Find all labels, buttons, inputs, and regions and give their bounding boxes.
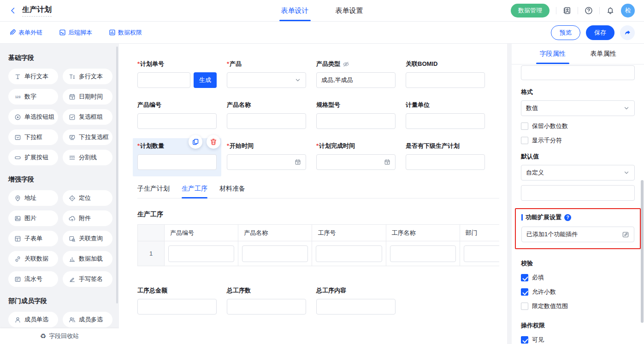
field-item-select[interactable]: 下拉框 — [8, 129, 58, 145]
field-item-serial-number[interactable]: 流水号 — [8, 271, 58, 287]
bell-icon[interactable] — [606, 6, 614, 15]
checkbox-keep-decimals[interactable] — [521, 122, 528, 130]
page-title[interactable]: 生产计划 — [22, 5, 52, 17]
field-item-location[interactable]: 定位 — [63, 190, 112, 206]
tab-form-settings[interactable]: 表单设置 — [336, 0, 363, 21]
option-allow-decimals[interactable]: 允许小数 — [521, 288, 635, 296]
process-total-amount-input[interactable] — [137, 299, 217, 315]
checkbox-limit-range[interactable] — [521, 303, 528, 310]
field-product-type[interactable]: 产品类型 成品,半成品 — [316, 60, 396, 88]
format-select[interactable]: 数值 — [521, 100, 635, 116]
form-external-link[interactable]: 表单外链 — [9, 29, 42, 37]
field-item-image[interactable]: 图片 — [8, 210, 58, 226]
cell-process-no-input[interactable] — [316, 245, 382, 262]
default-value-input[interactable] — [521, 185, 635, 201]
field-item-member-single[interactable]: 成员单选 — [8, 312, 58, 327]
product-code-input[interactable] — [137, 113, 217, 129]
field-item-address[interactable]: 地址 — [8, 190, 58, 206]
product-name-input[interactable] — [227, 113, 306, 129]
field-item-datetime[interactable]: 日期时间 — [63, 89, 112, 105]
panel-scrollbar[interactable] — [641, 180, 644, 323]
field-process-total-amount[interactable]: 工序总金额 — [137, 286, 217, 315]
spec-model-input[interactable] — [316, 113, 396, 129]
field-title-input[interactable] — [521, 65, 635, 80]
delete-field-button[interactable] — [207, 135, 220, 149]
start-time-input[interactable] — [227, 154, 306, 170]
generate-button[interactable]: 生成 — [194, 72, 217, 88]
plan-no-input[interactable] — [137, 72, 190, 88]
field-item-linked-data[interactable]: 关联数据 — [8, 251, 58, 267]
field-item-multi-select[interactable]: 下拉复选框 — [63, 129, 112, 145]
bom-id-input[interactable] — [406, 72, 485, 88]
default-value-select[interactable]: 自定义 — [521, 165, 635, 181]
cell-department-input[interactable] — [464, 245, 499, 262]
field-product-name[interactable]: 产品名称 — [227, 101, 306, 129]
field-has-sub-plan[interactable]: 是否有下级生产计划 — [406, 142, 485, 170]
unit-input[interactable] — [406, 113, 485, 129]
cell-product-code-input[interactable] — [168, 245, 234, 262]
option-visible[interactable]: 可见 — [521, 336, 635, 344]
field-finish-time[interactable]: *计划完成时间 — [316, 142, 396, 170]
finish-time-input[interactable] — [316, 154, 396, 170]
extension-plugin-field[interactable]: 已添加1个功能插件 — [521, 227, 634, 242]
total-process-count-input[interactable] — [227, 299, 306, 315]
cell-product-name-input[interactable] — [242, 245, 308, 262]
field-product[interactable]: *产品 — [227, 60, 306, 88]
field-total-process-content[interactable]: 总工序内容 — [316, 286, 396, 315]
field-start-time[interactable]: *开始时间 — [227, 142, 306, 170]
address-book-icon[interactable] — [563, 6, 571, 15]
field-item-signature[interactable]: 手写签名 — [63, 271, 112, 287]
data-manage-button[interactable]: 数据管理 — [511, 4, 549, 17]
field-item-checkbox-group[interactable]: 复选框组 — [63, 109, 112, 125]
has-sub-plan-input[interactable] — [406, 154, 485, 170]
option-limit-range[interactable]: 限定数值范围 — [521, 302, 635, 310]
sidebar-scrollbar[interactable] — [116, 47, 118, 303]
tab-material-prep[interactable]: 材料准备 — [219, 185, 245, 193]
field-item-multi-line-text[interactable]: 多行文本 — [63, 69, 112, 84]
field-item-divider[interactable]: 分割线 — [63, 150, 112, 165]
backend-script-link[interactable]: 后端脚本 — [59, 29, 92, 37]
field-item-attachment[interactable]: 附件 — [63, 210, 112, 226]
checkbox-allow-decimals[interactable] — [521, 288, 528, 296]
field-product-code[interactable]: 产品编号 — [137, 101, 217, 129]
field-plan-qty-selected[interactable]: *计划数量 — [137, 142, 217, 170]
help-icon[interactable] — [585, 6, 593, 15]
back-icon[interactable] — [9, 7, 17, 14]
field-item-member-multi[interactable]: 成员多选 — [63, 312, 112, 327]
product-select[interactable] — [227, 72, 306, 88]
save-button[interactable]: 保存 — [586, 25, 614, 40]
field-item-radio-group[interactable]: 单选按钮组 — [8, 109, 58, 125]
field-item-data-load[interactable]: 数据加载 — [63, 251, 112, 267]
field-item-lookup-query[interactable]: 关联查询 — [63, 231, 112, 246]
option-keep-decimals[interactable]: 保留小数位数 — [521, 122, 635, 130]
edit-icon[interactable] — [622, 231, 629, 238]
field-item-single-line-text[interactable]: 单行文本 — [8, 69, 58, 84]
preview-button[interactable]: 预览 — [551, 25, 580, 40]
field-item-subform[interactable]: 子表单 — [8, 231, 58, 246]
field-item-extension-button[interactable]: 扩展按钮 — [8, 150, 58, 165]
copy-field-button[interactable] — [189, 135, 202, 149]
cell-process-name-input[interactable] — [390, 245, 456, 262]
question-circle-icon[interactable]: ? — [564, 214, 571, 221]
field-recycle-bin[interactable]: ♻ 字段回收站 — [0, 328, 119, 344]
checkbox-thousands-separator[interactable] — [521, 137, 528, 144]
field-unit[interactable]: 计量单位 — [406, 101, 485, 129]
plan-qty-input[interactable] — [137, 154, 217, 170]
tab-form-properties[interactable]: 表单属性 — [591, 44, 616, 64]
field-item-number[interactable]: 123 数字 — [8, 89, 58, 105]
checkbox-visible[interactable] — [521, 336, 528, 344]
checkbox-required[interactable] — [521, 274, 528, 281]
total-process-content-input[interactable] — [316, 299, 396, 315]
field-bom-id[interactable]: 关联BOMID — [406, 60, 485, 88]
tab-field-properties[interactable]: 字段属性 — [540, 44, 566, 64]
field-total-process-count[interactable]: 总工序数 — [227, 286, 306, 315]
product-type-value[interactable]: 成品,半成品 — [316, 72, 396, 88]
option-thousands-separator[interactable]: 显示千分符 — [521, 136, 635, 145]
field-spec-model[interactable]: 规格型号 — [316, 101, 396, 129]
tab-production-process[interactable]: 生产工序 — [182, 185, 207, 193]
avatar[interactable]: 检 — [621, 4, 635, 17]
share-button[interactable] — [620, 25, 635, 40]
tab-sub-production-plan[interactable]: 子生产计划 — [137, 185, 170, 193]
data-permission-link[interactable]: 数据权限 — [109, 29, 142, 37]
field-plan-no[interactable]: *计划单号 生成 — [137, 60, 217, 88]
